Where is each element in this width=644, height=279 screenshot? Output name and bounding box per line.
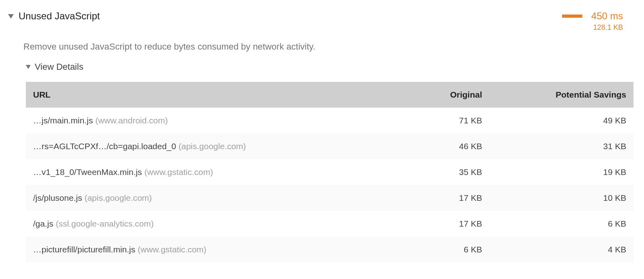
- table-row[interactable]: …js/main.min.js(www.android.com)71 KB49 …: [26, 108, 634, 133]
- audit-header-left: Unused JavaScript: [8, 10, 100, 22]
- table-row[interactable]: /js/plusone.js(apis.google.com)17 KB10 K…: [26, 185, 634, 211]
- original-cell: 71 KB: [411, 108, 489, 133]
- url-host: (ssl.google-analytics.com): [56, 219, 154, 228]
- column-header-url[interactable]: URL: [26, 82, 411, 108]
- table-row[interactable]: /ga.js(ssl.google-analytics.com)17 KB6 K…: [26, 211, 634, 237]
- chevron-down-icon: [26, 65, 31, 69]
- url-host: (apis.google.com): [84, 193, 152, 202]
- time-value: 450 ms: [591, 10, 623, 22]
- audit-header[interactable]: Unused JavaScript 450 ms 128.1 KB: [8, 8, 636, 34]
- url-path: /ga.js: [33, 219, 53, 228]
- size-value: 128.1 KB: [593, 23, 623, 32]
- savings-cell: 6 KB: [489, 211, 634, 237]
- view-details-label: View Details: [35, 62, 84, 72]
- column-header-original[interactable]: Original: [411, 82, 489, 108]
- table-row[interactable]: …picturefill/picturefill.min.js(www.gsta…: [26, 237, 634, 262]
- column-header-savings[interactable]: Potential Savings: [489, 82, 634, 108]
- original-cell: 46 KB: [411, 133, 489, 159]
- audit-section: Unused JavaScript 450 ms 128.1 KB Remove…: [0, 8, 644, 262]
- url-cell: …js/main.min.js(www.android.com): [26, 108, 411, 133]
- url-host: (www.android.com): [95, 116, 168, 125]
- table-row[interactable]: …rs=AGLTcCPXf…/cb=gapi.loaded_0(apis.goo…: [26, 133, 634, 159]
- original-cell: 6 KB: [411, 237, 489, 262]
- url-cell: …picturefill/picturefill.min.js(www.gsta…: [26, 237, 411, 262]
- audit-header-right: 450 ms 128.1 KB: [562, 10, 623, 32]
- url-cell: /ga.js(ssl.google-analytics.com): [26, 211, 411, 237]
- url-path: …v1_18_0/TweenMax.min.js: [33, 167, 142, 177]
- severity-bar-icon: [562, 15, 582, 18]
- url-host: (apis.google.com): [178, 142, 246, 151]
- savings-cell: 19 KB: [489, 159, 634, 185]
- details-table-wrap: URL Original Potential Savings …js/main.…: [23, 78, 636, 262]
- url-path: …js/main.min.js: [33, 116, 93, 125]
- url-path: …picturefill/picturefill.min.js: [33, 245, 135, 254]
- url-cell: /js/plusone.js(apis.google.com): [26, 185, 411, 211]
- view-details-toggle[interactable]: View Details: [23, 56, 636, 78]
- audit-metrics-top: 450 ms: [562, 10, 623, 22]
- savings-cell: 4 KB: [489, 237, 634, 262]
- url-path: …rs=AGLTcCPXf…/cb=gapi.loaded_0: [33, 142, 176, 151]
- url-cell: …v1_18_0/TweenMax.min.js(www.gstatic.com…: [26, 159, 411, 185]
- url-host: (www.gstatic.com): [144, 167, 213, 177]
- table-row[interactable]: …v1_18_0/TweenMax.min.js(www.gstatic.com…: [26, 159, 634, 185]
- details-table: URL Original Potential Savings …js/main.…: [26, 82, 634, 262]
- original-cell: 35 KB: [411, 159, 489, 185]
- savings-cell: 49 KB: [489, 108, 634, 133]
- original-cell: 17 KB: [411, 185, 489, 211]
- audit-body: Remove unused JavaScript to reduce bytes…: [8, 34, 636, 262]
- audit-description: Remove unused JavaScript to reduce bytes…: [23, 34, 636, 56]
- chevron-down-icon: [8, 14, 14, 19]
- audit-title: Unused JavaScript: [19, 10, 100, 22]
- savings-cell: 31 KB: [489, 133, 634, 159]
- savings-cell: 10 KB: [489, 185, 634, 211]
- original-cell: 17 KB: [411, 211, 489, 237]
- url-path: /js/plusone.js: [33, 193, 82, 202]
- url-host: (www.gstatic.com): [138, 245, 206, 254]
- table-header-row: URL Original Potential Savings: [26, 82, 634, 108]
- url-cell: …rs=AGLTcCPXf…/cb=gapi.loaded_0(apis.goo…: [26, 133, 411, 159]
